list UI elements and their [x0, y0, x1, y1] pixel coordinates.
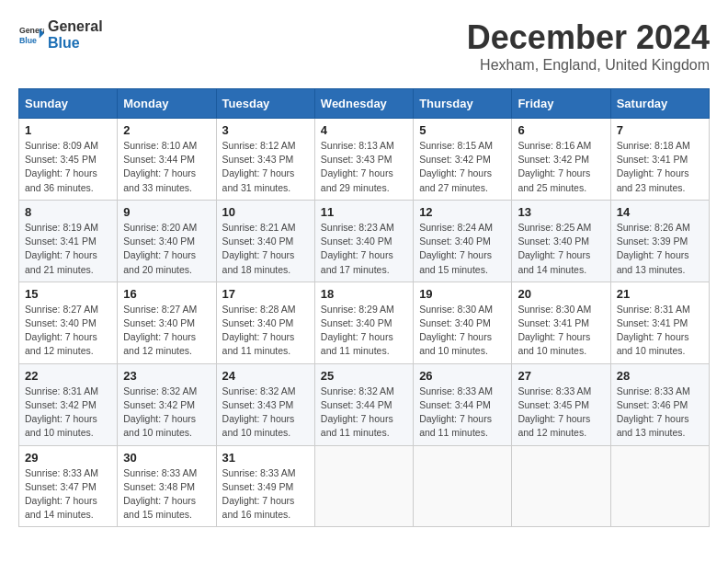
day-detail: Sunrise: 8:29 AMSunset: 3:40 PMDaylight:…: [321, 303, 407, 359]
logo-line1: General: [48, 18, 103, 35]
day-detail: Sunrise: 8:27 AMSunset: 3:40 PMDaylight:…: [25, 303, 111, 359]
calendar-title: December 2024: [467, 18, 710, 57]
day-cell: 27Sunrise: 8:33 AMSunset: 3:45 PMDayligh…: [512, 363, 610, 445]
day-cell: 15Sunrise: 8:27 AMSunset: 3:40 PMDayligh…: [19, 282, 118, 363]
day-detail: Sunrise: 8:32 AMSunset: 3:44 PMDaylight:…: [321, 385, 407, 441]
day-number: 25: [321, 369, 407, 383]
day-number: 7: [617, 123, 703, 137]
day-cell: 5Sunrise: 8:15 AMSunset: 3:42 PMDaylight…: [414, 119, 512, 201]
logo: General Blue General Blue: [18, 18, 103, 51]
col-header-wednesday: Wednesday: [314, 89, 413, 119]
day-detail: Sunrise: 8:33 AMSunset: 3:48 PMDaylight:…: [123, 466, 210, 523]
day-cell: 24Sunrise: 8:32 AMSunset: 3:43 PMDayligh…: [216, 363, 314, 445]
calendar-body: 1Sunrise: 8:09 AMSunset: 3:45 PMDaylight…: [19, 119, 710, 527]
day-cell: 13Sunrise: 8:25 AMSunset: 3:40 PMDayligh…: [512, 200, 610, 282]
day-detail: Sunrise: 8:32 AMSunset: 3:42 PMDaylight:…: [123, 385, 210, 441]
day-number: 21: [617, 287, 703, 301]
day-number: 3: [222, 123, 309, 137]
week-row-4: 22Sunrise: 8:31 AMSunset: 3:42 PMDayligh…: [19, 363, 710, 445]
day-number: 24: [222, 369, 309, 383]
logo-line2: Blue: [48, 35, 103, 52]
header-row: SundayMondayTuesdayWednesdayThursdayFrid…: [19, 89, 710, 119]
day-number: 26: [419, 369, 506, 383]
day-cell: [610, 445, 709, 527]
day-cell: 4Sunrise: 8:13 AMSunset: 3:43 PMDaylight…: [314, 119, 413, 201]
day-cell: 21Sunrise: 8:31 AMSunset: 3:41 PMDayligh…: [610, 282, 709, 363]
day-cell: 29Sunrise: 8:33 AMSunset: 3:47 PMDayligh…: [19, 445, 118, 527]
day-detail: Sunrise: 8:13 AMSunset: 3:43 PMDaylight:…: [321, 139, 407, 195]
day-cell: 23Sunrise: 8:32 AMSunset: 3:42 PMDayligh…: [118, 363, 216, 445]
day-detail: Sunrise: 8:30 AMSunset: 3:40 PMDaylight:…: [419, 303, 506, 359]
day-number: 17: [222, 287, 309, 301]
day-cell: 19Sunrise: 8:30 AMSunset: 3:40 PMDayligh…: [414, 282, 512, 363]
day-cell: 10Sunrise: 8:21 AMSunset: 3:40 PMDayligh…: [216, 200, 314, 282]
day-cell: 26Sunrise: 8:33 AMSunset: 3:44 PMDayligh…: [414, 363, 512, 445]
calendar-header: SundayMondayTuesdayWednesdayThursdayFrid…: [19, 89, 710, 119]
calendar-subtitle: Hexham, England, United Kingdom: [467, 57, 710, 74]
day-cell: 22Sunrise: 8:31 AMSunset: 3:42 PMDayligh…: [19, 363, 118, 445]
day-number: 19: [419, 287, 506, 301]
week-row-1: 1Sunrise: 8:09 AMSunset: 3:45 PMDaylight…: [19, 119, 710, 201]
day-detail: Sunrise: 8:26 AMSunset: 3:39 PMDaylight:…: [617, 221, 703, 277]
day-detail: Sunrise: 8:10 AMSunset: 3:44 PMDaylight:…: [123, 139, 210, 195]
week-row-3: 15Sunrise: 8:27 AMSunset: 3:40 PMDayligh…: [19, 282, 710, 363]
day-number: 15: [25, 287, 111, 301]
col-header-tuesday: Tuesday: [216, 89, 314, 119]
day-number: 5: [419, 123, 506, 137]
header: General Blue General Blue December 2024 …: [18, 18, 710, 74]
day-cell: [414, 445, 512, 527]
day-cell: 28Sunrise: 8:33 AMSunset: 3:46 PMDayligh…: [610, 363, 709, 445]
day-cell: 2Sunrise: 8:10 AMSunset: 3:44 PMDaylight…: [118, 119, 216, 201]
day-cell: 14Sunrise: 8:26 AMSunset: 3:39 PMDayligh…: [610, 200, 709, 282]
day-cell: 25Sunrise: 8:32 AMSunset: 3:44 PMDayligh…: [314, 363, 413, 445]
day-cell: 30Sunrise: 8:33 AMSunset: 3:48 PMDayligh…: [118, 445, 216, 527]
day-cell: [314, 445, 413, 527]
day-detail: Sunrise: 8:33 AMSunset: 3:44 PMDaylight:…: [419, 385, 506, 441]
day-number: 23: [123, 369, 210, 383]
day-detail: Sunrise: 8:16 AMSunset: 3:42 PMDaylight:…: [518, 139, 604, 195]
day-detail: Sunrise: 8:31 AMSunset: 3:42 PMDaylight:…: [25, 385, 111, 441]
col-header-friday: Friday: [512, 89, 610, 119]
day-number: 30: [123, 451, 210, 465]
day-number: 13: [518, 205, 604, 219]
day-cell: 9Sunrise: 8:20 AMSunset: 3:40 PMDaylight…: [118, 200, 216, 282]
day-detail: Sunrise: 8:25 AMSunset: 3:40 PMDaylight:…: [518, 221, 604, 277]
day-number: 31: [222, 451, 309, 465]
col-header-monday: Monday: [118, 89, 216, 119]
day-detail: Sunrise: 8:24 AMSunset: 3:40 PMDaylight:…: [419, 221, 506, 277]
day-detail: Sunrise: 8:32 AMSunset: 3:43 PMDaylight:…: [222, 385, 309, 441]
day-number: 18: [321, 287, 407, 301]
calendar-table: SundayMondayTuesdayWednesdayThursdayFrid…: [18, 88, 710, 527]
day-detail: Sunrise: 8:27 AMSunset: 3:40 PMDaylight:…: [123, 303, 210, 359]
day-detail: Sunrise: 8:28 AMSunset: 3:40 PMDaylight:…: [222, 303, 309, 359]
day-number: 16: [123, 287, 210, 301]
day-detail: Sunrise: 8:30 AMSunset: 3:41 PMDaylight:…: [518, 303, 604, 359]
day-number: 9: [123, 205, 210, 219]
day-detail: Sunrise: 8:33 AMSunset: 3:46 PMDaylight:…: [617, 385, 703, 441]
day-detail: Sunrise: 8:20 AMSunset: 3:40 PMDaylight:…: [123, 221, 210, 277]
day-detail: Sunrise: 8:12 AMSunset: 3:43 PMDaylight:…: [222, 139, 309, 195]
title-block: December 2024 Hexham, England, United Ki…: [467, 18, 710, 74]
day-detail: Sunrise: 8:21 AMSunset: 3:40 PMDaylight:…: [222, 221, 309, 277]
day-number: 27: [518, 369, 604, 383]
day-cell: 18Sunrise: 8:29 AMSunset: 3:40 PMDayligh…: [314, 282, 413, 363]
day-detail: Sunrise: 8:18 AMSunset: 3:41 PMDaylight:…: [617, 139, 703, 195]
day-number: 29: [25, 451, 111, 465]
day-cell: 11Sunrise: 8:23 AMSunset: 3:40 PMDayligh…: [314, 200, 413, 282]
col-header-thursday: Thursday: [414, 89, 512, 119]
day-cell: 1Sunrise: 8:09 AMSunset: 3:45 PMDaylight…: [19, 119, 118, 201]
day-cell: 6Sunrise: 8:16 AMSunset: 3:42 PMDaylight…: [512, 119, 610, 201]
week-row-2: 8Sunrise: 8:19 AMSunset: 3:41 PMDaylight…: [19, 200, 710, 282]
day-detail: Sunrise: 8:23 AMSunset: 3:40 PMDaylight:…: [321, 221, 407, 277]
day-number: 10: [222, 205, 309, 219]
day-cell: 7Sunrise: 8:18 AMSunset: 3:41 PMDaylight…: [610, 119, 709, 201]
col-header-saturday: Saturday: [610, 89, 709, 119]
week-row-5: 29Sunrise: 8:33 AMSunset: 3:47 PMDayligh…: [19, 445, 710, 527]
day-number: 14: [617, 205, 703, 219]
day-detail: Sunrise: 8:33 AMSunset: 3:47 PMDaylight:…: [25, 466, 111, 523]
day-number: 6: [518, 123, 604, 137]
day-number: 28: [617, 369, 703, 383]
day-cell: 8Sunrise: 8:19 AMSunset: 3:41 PMDaylight…: [19, 200, 118, 282]
day-number: 2: [123, 123, 210, 137]
day-detail: Sunrise: 8:09 AMSunset: 3:45 PMDaylight:…: [25, 139, 111, 195]
